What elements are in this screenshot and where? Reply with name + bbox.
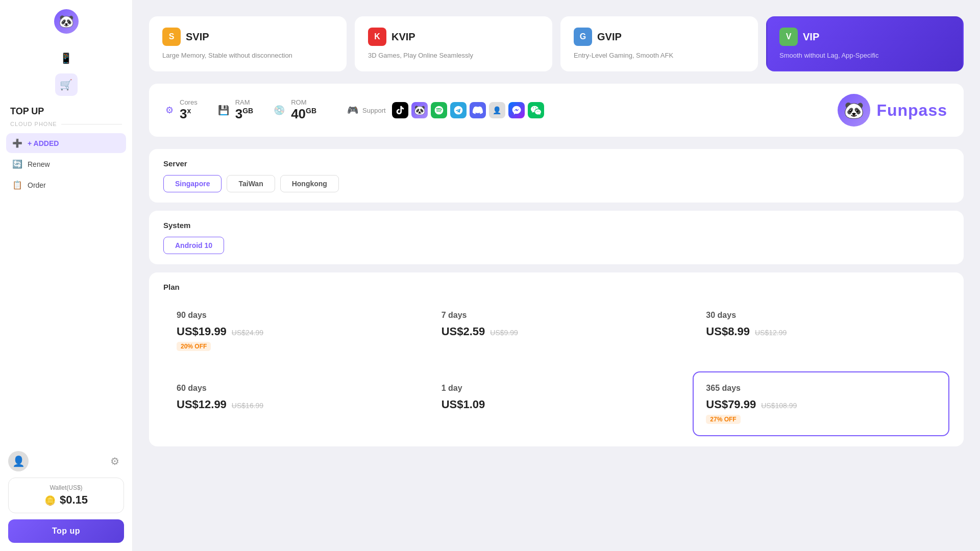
spec-ram-info: RAM 3GB: [235, 98, 253, 122]
tiktok-icon: [392, 102, 408, 118]
config-left: Server Singapore TaiWan Hongkong System …: [149, 149, 964, 446]
spec-cores: ⚙ Cores 3x: [165, 98, 218, 122]
sidebar-item-order[interactable]: 📋 Order: [6, 175, 126, 195]
discord-icon: [470, 102, 486, 118]
server-section: Server Singapore TaiWan Hongkong: [149, 149, 964, 203]
plan-30days-price-row: US$8.99 US$12.99: [706, 325, 936, 338]
kvip-title: KVIP: [391, 31, 415, 43]
order-icon: 📋: [12, 180, 22, 190]
svip-title: SVIP: [186, 31, 209, 43]
cores-value: 3x: [180, 106, 198, 122]
sidebar-bottom: 👤 ⚙ Wallet(US$) 🪙 $0.15 Top up: [0, 443, 132, 551]
plan-7days-original: US$9.99: [490, 329, 518, 337]
plan-365days-label: 365 days: [706, 384, 936, 393]
sidebar-logo: 🐼: [0, 0, 132, 43]
cores-label: Cores: [180, 98, 198, 106]
kvip-header: K KVIP: [368, 28, 539, 46]
server-singapore[interactable]: Singapore: [163, 175, 222, 192]
plan-90days-badge: 20% OFF: [177, 342, 211, 351]
coin-icon: 🪙: [44, 495, 56, 506]
sidebar-item-added[interactable]: ➕ + ADDED: [6, 133, 126, 153]
vip-badge-icon: V: [779, 28, 798, 46]
added-icon: ➕: [12, 138, 22, 148]
specs-row: ⚙ Cores 3x 💾 RAM 3GB 💿 ROM 40G: [149, 84, 964, 137]
plan-60days-price: US$12.99: [177, 398, 227, 411]
system-options: Android 10: [163, 237, 949, 254]
rom-label: ROM: [291, 98, 316, 106]
svip-header: S SVIP: [162, 28, 333, 46]
system-android10[interactable]: Android 10: [163, 237, 224, 254]
vip-card-vip[interactable]: V VIP Smooth without Lag, App-Specific: [766, 16, 964, 71]
plan-90days-label: 90 days: [177, 311, 407, 320]
vip-desc: Smooth without Lag, App-Specific: [779, 51, 950, 60]
app-logo-icon: 🐼: [54, 9, 79, 34]
plan-365days[interactable]: 365 days US$79.99 US$108.99 27% OFF: [693, 371, 949, 436]
renew-icon: 🔄: [12, 159, 22, 169]
plan-365days-badge: 27% OFF: [706, 415, 740, 424]
support-section: 🎮 Support 🐼 👤: [337, 102, 544, 118]
sidebar-item-renew[interactable]: 🔄 Renew: [6, 154, 126, 174]
spec-cores-info: Cores 3x: [180, 98, 198, 122]
plan-1day-label: 1 day: [442, 384, 672, 393]
system-section: System Android 10: [149, 211, 964, 264]
plan-30days-original: US$12.99: [755, 329, 787, 337]
sidebar-item-renew-label: Renew: [28, 160, 50, 168]
spec-rom: 💿 ROM 40GB: [274, 98, 337, 122]
plan-7days-label: 7 days: [442, 311, 672, 320]
user-avatar[interactable]: 👤: [8, 451, 29, 471]
plan-365days-original: US$108.99: [761, 402, 797, 410]
support-apps: 🐼 👤: [392, 102, 544, 118]
rom-icon: 💿: [274, 105, 285, 116]
plan-90days-original: US$24.99: [232, 329, 263, 337]
spotify-icon: [431, 102, 447, 118]
plan-60days[interactable]: 60 days US$12.99 US$16.99: [163, 371, 420, 436]
plan-1day[interactable]: 1 day US$1.09: [428, 371, 685, 436]
sidebar-cart-icon[interactable]: 🛒: [55, 73, 78, 96]
wallet-card: Wallet(US$) 🪙 $0.15: [8, 478, 124, 513]
vip-card-kvip[interactable]: K KVIP 3D Games, Play Online Seamlessly: [355, 16, 552, 71]
vip-card-svip[interactable]: S SVIP Large Memory, Stable without disc…: [149, 16, 347, 71]
settings-icon[interactable]: ⚙: [106, 452, 124, 470]
sidebar-phone-icon[interactable]: 📱: [55, 47, 78, 69]
vip-card-gvip[interactable]: G GVIP Entry-Level Gaming, Smooth AFK: [560, 16, 758, 71]
spec-ram: 💾 RAM 3GB: [218, 98, 274, 122]
plan-30days-label: 30 days: [706, 311, 936, 320]
server-options: Singapore TaiWan Hongkong: [163, 175, 949, 192]
system-label: System: [163, 221, 949, 230]
plan-30days[interactable]: 30 days US$8.99 US$12.99: [693, 298, 949, 363]
plan-30days-price: US$8.99: [706, 325, 750, 338]
server-hongkong[interactable]: Hongkong: [280, 175, 339, 192]
gvip-badge-icon: G: [574, 28, 592, 46]
gvip-title: GVIP: [597, 31, 622, 43]
plan-60days-label: 60 days: [177, 384, 407, 393]
plan-60days-price-row: US$12.99 US$16.99: [177, 398, 407, 411]
plans-grid: 90 days US$19.99 US$24.99 20% OFF 7 days…: [163, 298, 949, 436]
server-taiwan[interactable]: TaiWan: [227, 175, 275, 192]
messenger-icon: [508, 102, 525, 118]
plan-90days-price-row: US$19.99 US$24.99: [177, 325, 407, 338]
ram-label: RAM: [235, 98, 253, 106]
funpass-text: Funpass: [876, 101, 947, 120]
other-icon: 👤: [489, 102, 505, 118]
funpass-app-icon: 🐼: [411, 102, 428, 118]
sidebar-top-icons: 📱 🛒: [0, 43, 132, 100]
server-label: Server: [163, 159, 949, 168]
svip-desc: Large Memory, Stable without disconnecti…: [162, 51, 333, 60]
vip-title: VIP: [803, 31, 819, 43]
top-up-heading: TOP UP: [6, 100, 126, 119]
vip-cards-row: S SVIP Large Memory, Stable without disc…: [149, 16, 964, 71]
spec-rom-info: ROM 40GB: [291, 98, 316, 122]
plan-7days[interactable]: 7 days US$2.59 US$9.99: [428, 298, 685, 363]
svip-badge-icon: S: [162, 28, 181, 46]
kvip-desc: 3D Games, Play Online Seamlessly: [368, 51, 539, 60]
plan-7days-price: US$2.59: [442, 325, 485, 338]
plan-label: Plan: [163, 283, 949, 291]
wallet-amount: 🪙 $0.15: [17, 493, 115, 507]
support-icon: 🎮: [347, 105, 358, 116]
topup-button[interactable]: Top up: [8, 519, 124, 543]
plan-60days-original: US$16.99: [232, 402, 263, 410]
support-label: Support: [362, 107, 386, 114]
plan-7days-price-row: US$2.59 US$9.99: [442, 325, 672, 338]
ram-value: 3GB: [235, 106, 253, 122]
plan-90days[interactable]: 90 days US$19.99 US$24.99 20% OFF: [163, 298, 420, 363]
